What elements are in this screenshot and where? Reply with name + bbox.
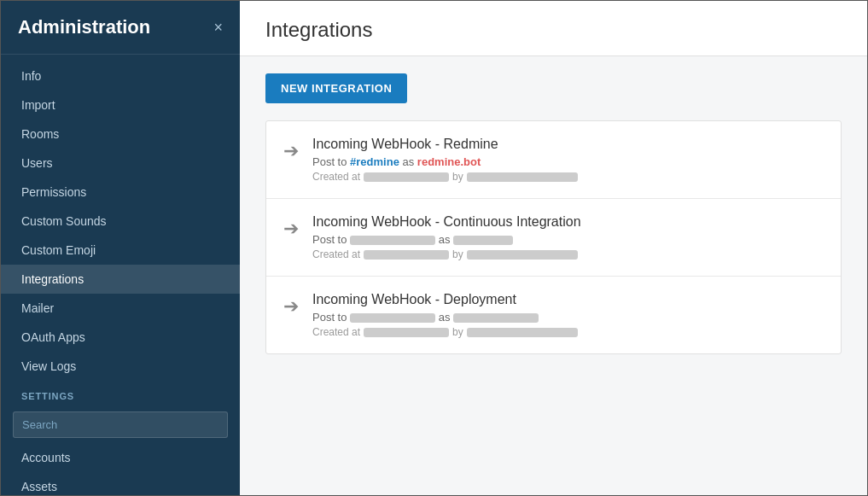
- integration-name: Incoming WebHook - Continuous Integratio…: [312, 214, 824, 230]
- post-to-label: Post to: [312, 311, 350, 324]
- created-at-value: [364, 250, 449, 260]
- webhook-incoming-icon: ➔: [283, 218, 299, 240]
- integration-desc: Post to as: [312, 233, 824, 246]
- integration-name: Incoming WebHook - Deployment: [312, 292, 824, 307]
- post-to-label: Post to: [312, 155, 350, 168]
- sidebar-item-import[interactable]: Import: [1, 90, 240, 120]
- sidebar-item-view-logs[interactable]: View Logs: [1, 352, 240, 381]
- by-label: by: [452, 248, 463, 260]
- sidebar-nav: Info Import Rooms Users Permissions Cust…: [1, 55, 240, 495]
- main-header: Integrations: [240, 1, 867, 56]
- sidebar: Administration × Info Import Rooms Users…: [1, 1, 240, 495]
- sidebar-item-users[interactable]: Users: [1, 149, 240, 178]
- webhook-incoming-icon: ➔: [283, 140, 299, 162]
- sidebar-item-permissions[interactable]: Permissions: [1, 178, 240, 207]
- created-at-label: Created at: [312, 326, 360, 338]
- integration-meta: Created at by: [312, 248, 824, 260]
- integration-details: Incoming WebHook - Deployment Post to as…: [312, 292, 824, 338]
- created-at-label: Created at: [312, 248, 360, 260]
- created-by-value: [467, 172, 578, 182]
- new-integration-button[interactable]: NEW INTEGRATION: [265, 73, 407, 103]
- integration-channel-redacted: [350, 313, 435, 323]
- integration-name: Incoming WebHook - Redmine: [312, 137, 824, 152]
- table-row[interactable]: ➔ Incoming WebHook - Redmine Post to #re…: [266, 121, 841, 199]
- main-body: NEW INTEGRATION ➔ Incoming WebHook - Red…: [240, 56, 867, 495]
- webhook-incoming-icon: ➔: [283, 295, 299, 318]
- by-label: by: [452, 326, 463, 338]
- sidebar-item-custom-sounds[interactable]: Custom Sounds: [1, 207, 240, 236]
- sidebar-item-rooms[interactable]: Rooms: [1, 120, 240, 149]
- created-at-value: [364, 172, 449, 182]
- integration-details: Incoming WebHook - Redmine Post to #redm…: [312, 137, 824, 183]
- integration-channel: #redmine: [350, 155, 399, 168]
- sidebar-item-integrations[interactable]: Integrations: [1, 265, 240, 294]
- as-label: as: [435, 233, 453, 246]
- created-at-label: Created at: [312, 171, 360, 183]
- integration-meta: Created at by: [312, 171, 824, 183]
- table-row[interactable]: ➔ Incoming WebHook - Deployment Post to …: [266, 277, 841, 353]
- by-label: by: [452, 171, 463, 183]
- integration-desc: Post to #redmine as redmine.bot: [312, 155, 824, 168]
- integration-botname-redacted: [453, 313, 539, 323]
- integration-channel-redacted: [350, 236, 435, 245]
- sidebar-item-assets[interactable]: Assets: [1, 472, 240, 495]
- sidebar-title: Administration: [18, 16, 150, 38]
- created-at-value: [364, 328, 449, 337]
- as-label: as: [435, 311, 453, 324]
- main-content: Integrations NEW INTEGRATION ➔ Incoming …: [240, 1, 867, 495]
- sidebar-item-accounts[interactable]: Accounts: [1, 443, 240, 472]
- as-label: as: [399, 155, 417, 168]
- app-window: Administration × Info Import Rooms Users…: [0, 0, 868, 496]
- sidebar-close-button[interactable]: ×: [213, 19, 223, 37]
- created-by-value: [467, 328, 578, 337]
- integration-meta: Created at by: [312, 326, 824, 338]
- integration-botname-redacted: [453, 236, 513, 245]
- created-by-value: [467, 250, 578, 260]
- integration-botname: redmine.bot: [417, 155, 481, 168]
- post-to-label: Post to: [312, 233, 350, 246]
- sidebar-item-custom-emoji[interactable]: Custom Emoji: [1, 236, 240, 265]
- sidebar-item-oauth-apps[interactable]: OAuth Apps: [1, 323, 240, 352]
- page-title: Integrations: [265, 18, 842, 42]
- search-input[interactable]: [13, 411, 228, 438]
- sidebar-header: Administration ×: [1, 1, 240, 55]
- settings-section-label: SETTINGS: [1, 381, 240, 406]
- table-row[interactable]: ➔ Incoming WebHook - Continuous Integrat…: [266, 199, 841, 277]
- integration-details: Incoming WebHook - Continuous Integratio…: [312, 214, 824, 260]
- integration-list: ➔ Incoming WebHook - Redmine Post to #re…: [265, 120, 842, 354]
- integration-desc: Post to as: [312, 311, 824, 324]
- sidebar-item-mailer[interactable]: Mailer: [1, 294, 240, 323]
- sidebar-item-info[interactable]: Info: [1, 61, 240, 90]
